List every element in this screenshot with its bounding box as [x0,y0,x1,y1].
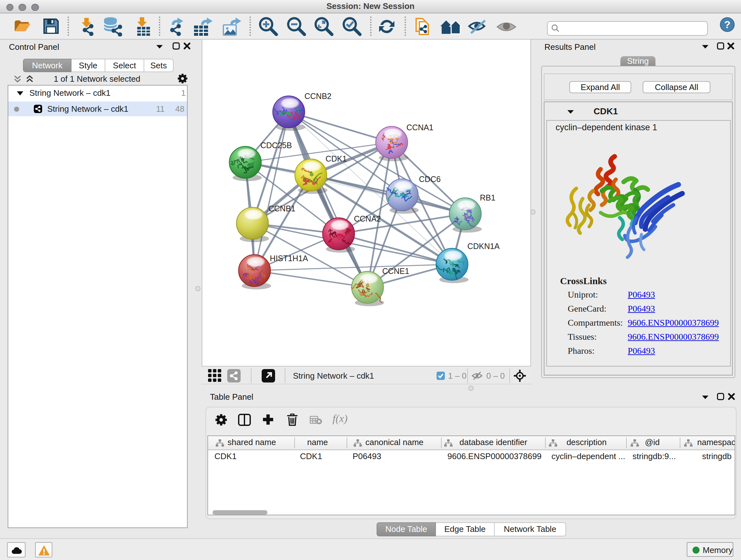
svg-text:?: ? [724,19,731,30]
